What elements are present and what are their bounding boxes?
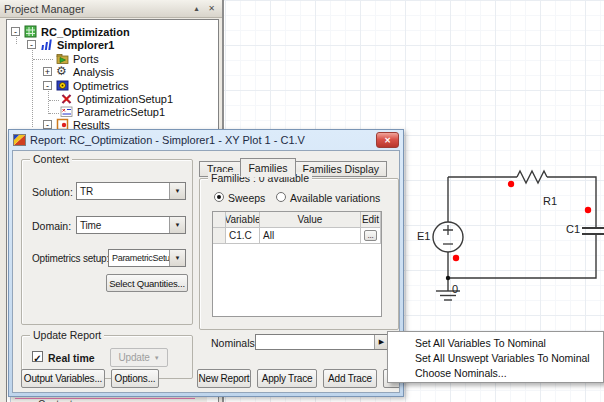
context-group: Context Solution: TR Domain: Time Optime… (21, 159, 193, 325)
project-manager-header[interactable]: Project Manager (0, 0, 222, 18)
value-cell: All (260, 228, 361, 244)
resistor-label: R1 (543, 195, 557, 207)
available-variations-radio[interactable] (276, 192, 286, 202)
capacitor-label: C1 (566, 223, 580, 235)
context-menu: Set All Variables To Nominal Set All Uns… (387, 331, 604, 383)
real-time-label: Real time (48, 352, 95, 364)
menu-item-choose-nominals[interactable]: Choose Nominals... (388, 366, 603, 381)
chevron-down-icon[interactable] (169, 250, 185, 266)
update-button[interactable]: Update (110, 348, 168, 367)
context-group-caption: Context (30, 153, 72, 165)
tree-item-analysis[interactable]: + Analysis (7, 65, 114, 78)
source-label: E1 (417, 230, 430, 242)
nominals-label: Nominals: (211, 337, 258, 349)
real-time-checkbox[interactable] (32, 351, 43, 362)
edit-cell: ... (361, 228, 381, 244)
dialog-title: Report: RC_Optimization - Simplorer1 - X… (30, 134, 376, 146)
analysis-gear-icon (56, 65, 69, 78)
families-group: Families : 0 available Sweeps Available … (199, 178, 399, 330)
new-report-button[interactable]: New Report (197, 369, 251, 388)
chevron-down-icon[interactable] (169, 217, 185, 233)
tree-item-ports[interactable]: Ports (7, 52, 99, 65)
nominals-field[interactable] (255, 334, 389, 350)
apply-trace-button[interactable]: Apply Trace (257, 369, 317, 388)
report-dialog: Report: RC_Optimization - Simplorer1 - X… (8, 129, 404, 397)
row-selector[interactable] (213, 228, 226, 244)
probe-dots (453, 181, 591, 261)
parametric-setup-icon (60, 105, 73, 118)
domain-dropdown[interactable]: Time (76, 216, 186, 234)
families-table: Variable Value Edit C1.C All ... (212, 211, 382, 317)
tab-families[interactable]: Families (240, 158, 295, 177)
dialog-close-button[interactable] (376, 132, 399, 148)
rc-circuit-drawing[interactable] (410, 150, 604, 320)
variable-column-header: Variable (226, 212, 260, 228)
update-report-caption: Update Report (30, 329, 104, 341)
variable-cell: C1.C (226, 228, 260, 244)
ground-label: 0 (452, 283, 458, 295)
available-variations-label: Available variations (290, 192, 380, 204)
expander-icon[interactable]: - (43, 81, 52, 90)
panel-title: Project Manager (4, 3, 188, 15)
optimetrics-setup-label: Optimetrics setup: (32, 253, 109, 264)
expander-icon[interactable]: - (11, 27, 20, 36)
tree-item-optimetrics[interactable]: - Optimetrics (7, 79, 129, 92)
optimetrics-icon (56, 79, 69, 92)
menu-item-set-unswept-variables[interactable]: Set All Unswept Variables To Nominal (388, 351, 603, 366)
sweeps-radio[interactable] (214, 192, 224, 202)
expander-icon[interactable]: - (27, 40, 36, 49)
dialog-titlebar[interactable]: Report: RC_Optimization - Simplorer1 - X… (9, 130, 403, 150)
edit-column-header: Edit (361, 212, 381, 228)
source-polarity-marks (443, 225, 453, 244)
report-dialog-icon (13, 134, 26, 146)
tree-item-project[interactable]: - RC_Optimization (7, 25, 130, 38)
application-window: E1 R1 C1 0 Project Manager - RC_Optimiza… (0, 0, 604, 402)
families-table-header: Variable Value Edit (213, 212, 381, 228)
panel-close-icon[interactable] (205, 3, 218, 14)
junction-dot (446, 276, 450, 280)
dialog-body: Context Solution: TR Domain: Time Optime… (12, 150, 400, 393)
optimetrics-setup-dropdown[interactable]: ParametricSetup1 (108, 249, 186, 267)
project-icon (24, 25, 37, 38)
domain-label: Domain: (32, 220, 71, 232)
panel-pin-icon[interactable] (190, 3, 203, 14)
table-row[interactable]: C1.C All ... (213, 228, 381, 244)
value-column-header: Value (260, 212, 361, 228)
add-trace-button[interactable]: Add Trace (323, 369, 377, 388)
edit-ellipsis-button[interactable]: ... (364, 230, 377, 241)
capacitor-symbol[interactable] (582, 228, 604, 234)
resistor-symbol (517, 171, 547, 183)
tree-item-parametric-setup[interactable]: ParametricSetup1 (7, 105, 165, 118)
chevron-down-icon[interactable] (169, 183, 185, 199)
sweeps-radio-label: Sweeps (228, 192, 265, 204)
nominals-menu-arrow-icon[interactable] (374, 335, 388, 349)
expander-icon[interactable]: + (43, 67, 52, 76)
solution-label: Solution: (32, 186, 73, 198)
tree-item-optimization-setup[interactable]: OptimizationSetup1 (7, 92, 173, 105)
options-button[interactable]: Options... (111, 369, 159, 388)
solution-dropdown[interactable]: TR (76, 182, 186, 200)
design-icon (40, 38, 53, 51)
chevron-down-icon (154, 355, 160, 361)
expander-icon[interactable]: - (43, 120, 52, 129)
optimization-setup-icon (60, 92, 73, 105)
tree-item-design[interactable]: - Simplorer1 (7, 38, 114, 51)
output-variables-button[interactable]: Output Variables... (21, 369, 105, 388)
select-quantities-button[interactable]: Select Quantities... (106, 274, 188, 292)
menu-item-set-all-variables[interactable]: Set All Variables To Nominal (388, 336, 603, 351)
